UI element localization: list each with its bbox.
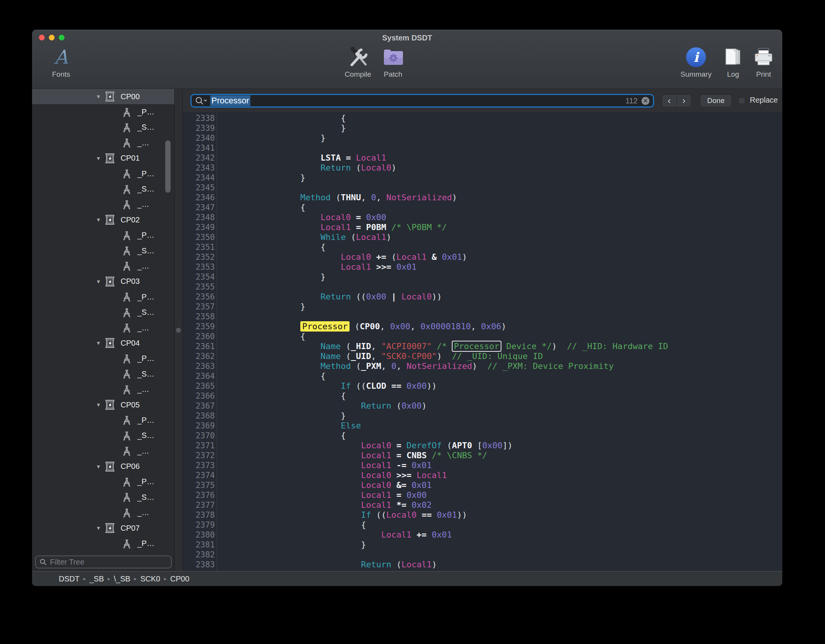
scope-icon: [104, 399, 116, 410]
tree-child-row[interactable]: _S…: [32, 181, 174, 196]
tree-group-row[interactable]: ▼CP04: [32, 335, 174, 351]
sidebar-scrollbar-thumb[interactable]: [165, 140, 171, 193]
breadcrumb-separator-icon: ▸: [134, 576, 137, 581]
tree-child-row[interactable]: _…: [32, 135, 174, 150]
disclosure-triangle-icon[interactable]: ▼: [94, 217, 103, 223]
tree-group-row[interactable]: ▼CP07: [32, 520, 174, 536]
code-line: 2364 {: [183, 371, 782, 381]
breadcrumb-item[interactable]: SCK0: [140, 575, 160, 583]
patch-button[interactable]: Patch: [376, 46, 410, 79]
line-number: 2367: [183, 401, 215, 411]
next-match-button[interactable]: ›: [677, 95, 691, 106]
line-number: 2358: [183, 312, 215, 322]
disclosure-triangle-icon[interactable]: ▼: [94, 402, 103, 408]
scope-icon: [104, 214, 116, 225]
clear-search-button[interactable]: ✕: [641, 97, 649, 105]
tree-child-row[interactable]: _P…: [32, 536, 174, 551]
tree-child-row[interactable]: _…: [32, 320, 174, 335]
tree-child-row[interactable]: _S…: [32, 366, 174, 382]
summary-label: Summary: [680, 70, 711, 79]
disclosure-triangle-icon[interactable]: ▼: [94, 279, 103, 285]
code-line: 2355: [183, 282, 782, 292]
tree-child-row[interactable]: _S…: [32, 120, 174, 135]
breadcrumb-item[interactable]: CP00: [170, 575, 189, 583]
tree-group-row[interactable]: ▼CP06: [32, 459, 174, 474]
disclosure-triangle-icon[interactable]: ▼: [94, 464, 103, 470]
code-line: 2340 }: [183, 133, 782, 143]
scope-icon: [104, 338, 116, 348]
compile-button[interactable]: Compile: [337, 46, 379, 79]
previous-match-button[interactable]: ‹: [662, 95, 677, 106]
tree-group-row[interactable]: ▼CP05: [32, 397, 174, 412]
tree-child-row[interactable]: _P…: [32, 351, 174, 366]
tree-child-row[interactable]: _S…: [32, 489, 174, 505]
tree-item-label: CP00: [121, 92, 140, 101]
tree-child-row[interactable]: _…: [32, 382, 174, 397]
tree-child-row[interactable]: _P…: [32, 474, 174, 489]
tree-item-label: CP03: [121, 277, 140, 286]
line-number: 2348: [183, 213, 215, 222]
sidebar-splitter[interactable]: [174, 89, 183, 571]
breadcrumb-item[interactable]: DSDT: [59, 575, 79, 583]
code-line: 2367 Return (0x00): [183, 401, 782, 411]
tree-group-row[interactable]: ▼CP01: [32, 151, 174, 166]
line-number: 2350: [183, 232, 215, 242]
code-line: 2380 Local1 += 0x01: [183, 530, 782, 540]
code-line: 2352 Local0 += (Local1 & 0x01): [183, 252, 782, 262]
disclosure-triangle-icon[interactable]: ▼: [94, 93, 103, 100]
splitter-handle-icon[interactable]: [176, 328, 181, 333]
breadcrumb-item[interactable]: \_SB: [114, 575, 130, 583]
method-icon: [121, 122, 132, 133]
fonts-button[interactable]: A Fonts: [44, 46, 78, 79]
code-lines: 2338 {2339 }2340 }23412342 LSTA = Local1…: [183, 113, 782, 571]
tree-item-label: CP01: [121, 154, 140, 163]
tree-group-row[interactable]: ▼CP02: [32, 212, 174, 227]
code-line: 2375 Local0 &= 0x01: [183, 480, 782, 490]
compile-label: Compile: [345, 70, 371, 79]
tree-child-row[interactable]: _P…: [32, 228, 174, 243]
line-number: 2364: [183, 371, 215, 381]
disclosure-triangle-icon[interactable]: ▼: [94, 340, 103, 346]
tree-item-label: CP06: [121, 462, 140, 471]
log-button[interactable]: Log: [720, 46, 746, 79]
tree-child-row[interactable]: _P…: [32, 412, 174, 428]
tree-item-label: CP05: [121, 401, 140, 409]
replace-checkbox[interactable]: [738, 97, 745, 104]
tree-child-row[interactable]: _S…: [32, 304, 174, 320]
tree-child-row[interactable]: _S…: [32, 428, 174, 443]
method-icon: [121, 291, 132, 302]
line-number: 2372: [183, 451, 215, 460]
search-query: Processor: [210, 95, 250, 106]
tree-group-row[interactable]: ▼CP00: [32, 89, 174, 104]
print-button[interactable]: Print: [748, 46, 779, 79]
tree-item-label: _S…: [137, 493, 154, 502]
summary-button[interactable]: i Summary: [675, 46, 717, 79]
line-number: 2338: [183, 113, 215, 123]
disclosure-triangle-icon[interactable]: ▼: [94, 525, 103, 531]
tree-child-row[interactable]: _…: [32, 443, 174, 459]
tree-child-row[interactable]: _S…: [32, 243, 174, 258]
code-editor[interactable]: 2338 {2339 }2340 }23412342 LSTA = Local1…: [183, 113, 782, 571]
code-line: 2377 Local1 *= 0x02: [183, 500, 782, 510]
breadcrumb-separator-icon: ▸: [108, 576, 110, 581]
line-number: 2347: [183, 203, 215, 213]
tree-group-row[interactable]: ▼CP03: [32, 274, 174, 289]
line-number: 2369: [183, 421, 215, 431]
wrench-screwdriver-icon: [346, 46, 369, 69]
line-number: 2376: [183, 490, 215, 500]
tree-child-row[interactable]: _…: [32, 505, 174, 520]
tree-child-row[interactable]: _P…: [32, 166, 174, 181]
breadcrumb-item[interactable]: _SB: [89, 575, 104, 583]
tree-child-row[interactable]: _P…: [32, 289, 174, 304]
tree-child-row[interactable]: _…: [32, 197, 174, 212]
search-input[interactable]: Processor 112 ✕: [190, 94, 654, 108]
tree-child-row[interactable]: _P…: [32, 104, 174, 119]
disclosure-triangle-icon[interactable]: ▼: [94, 155, 103, 161]
done-button[interactable]: Done: [700, 94, 732, 107]
tree-child-row[interactable]: _…: [32, 258, 174, 274]
filter-tree-input[interactable]: Filter Tree: [35, 555, 172, 568]
line-number: 2360: [183, 332, 215, 341]
line-number: 2361: [183, 341, 215, 351]
line-number: 2380: [183, 530, 215, 540]
line-number: 2357: [183, 302, 215, 312]
